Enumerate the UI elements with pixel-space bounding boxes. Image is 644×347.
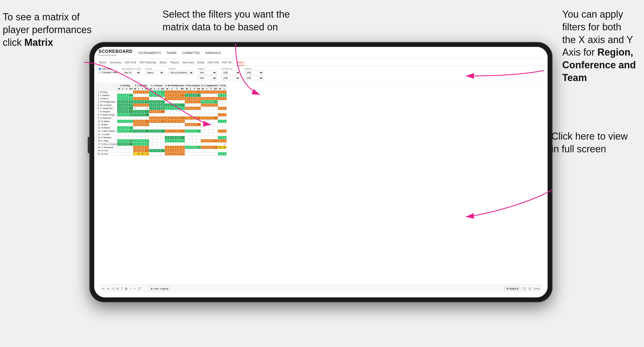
compact-view-radio[interactable] [99, 71, 101, 74]
matrix-cell: 3 [137, 146, 141, 149]
filter-players-select1[interactable]: (All) [245, 70, 264, 75]
back-icon[interactable]: ◁ [112, 287, 114, 291]
tab-matrix[interactable]: Matrix [160, 60, 167, 66]
matrix-cell [149, 113, 153, 117]
matrix-cell [160, 133, 165, 136]
matrix-cell: 0 [133, 123, 137, 126]
matrix-cell: 0 [205, 104, 209, 107]
redo-icon[interactable]: ↪ [107, 287, 109, 291]
player-name-cell: 16. K Vilips [97, 139, 117, 143]
tab-h2h-grid[interactable]: H2H Grid [125, 60, 136, 66]
nav-rankings[interactable]: RANKINGS [205, 51, 221, 55]
clock-icon[interactable]: ⏱ [138, 287, 141, 291]
matrix-cell: 0 [157, 117, 160, 120]
matrix-cell [170, 143, 175, 146]
filter-conference-select1[interactable]: (All) [221, 70, 240, 75]
matrix-cell: 1 [144, 100, 149, 104]
tab-h2h-he[interactable]: H2H He... [222, 60, 234, 66]
matrix-cell [209, 152, 213, 156]
matrix-cell [201, 94, 205, 97]
full-view-radio[interactable] [99, 68, 101, 70]
matrix-cell: 1 [153, 94, 157, 97]
matrix-cell: 0 [125, 110, 129, 113]
compact-view-option[interactable]: Compact View [99, 71, 118, 74]
matrix-cell [153, 123, 157, 126]
matrix-cell: 0 [213, 104, 218, 107]
matrix-cell: -6 [196, 94, 201, 97]
matrix-cell [222, 104, 226, 107]
matrix-cell [149, 126, 153, 130]
table-row: 16. K Vilips210-252204330801001 [97, 139, 227, 143]
matrix-cell: 0 [160, 94, 165, 97]
matrix-cell [141, 126, 144, 130]
matrix-cell: 3 [222, 130, 226, 133]
matrix-cell: 1 [170, 130, 175, 133]
matrix-cell [196, 152, 201, 156]
matrix-cell: -7 [180, 136, 185, 139]
minus-icon[interactable]: − [130, 287, 132, 291]
grid-icon[interactable]: ⊞ [125, 287, 128, 291]
matrix-cell [144, 126, 149, 130]
screen-icon[interactable]: ⬜ [522, 287, 526, 291]
sub-col-l6: L [205, 87, 209, 91]
nav-teams[interactable]: TEAMS [166, 51, 177, 55]
nav-tournaments[interactable]: TOURNAMENTS [138, 51, 161, 55]
matrix-cell [157, 126, 160, 130]
full-view-option[interactable]: Full View [99, 68, 118, 70]
filter-conference-select2[interactable]: (All) [221, 76, 240, 80]
share-small-icon[interactable]: ⤴ [121, 287, 123, 291]
matrix-cell: 2 [133, 139, 137, 143]
tab-h2h-heatmap[interactable]: H2H Heatmap [139, 60, 156, 66]
tab-teams[interactable]: Teams [99, 60, 106, 66]
share-button[interactable]: Share [534, 287, 540, 290]
matrix-cell [213, 149, 218, 152]
tab-matrix-active[interactable]: Matrix [237, 60, 245, 66]
undo-icon[interactable]: ↩ [102, 287, 105, 291]
filter-players-select2[interactable]: (All) [245, 76, 264, 80]
matrix-cell: -6 [129, 126, 133, 130]
table-row: 20. M Ford331-11010711 [97, 152, 227, 156]
tab-players[interactable]: Players [170, 60, 179, 66]
filter-region-select1[interactable]: N/A [198, 70, 217, 75]
matrix-cell [129, 133, 133, 136]
matrix-cell: 2 [222, 113, 226, 117]
refresh-icon[interactable]: ↺ [116, 287, 119, 291]
matrix-cell: 0 [157, 110, 160, 113]
matrix-cell [185, 126, 189, 130]
plus-icon[interactable]: + [134, 287, 136, 291]
player-name-cell: 1. W Ding [97, 91, 117, 94]
matrix-cell: 0 [141, 120, 144, 123]
watch-button[interactable]: 👁 Watch ▾ [505, 287, 520, 291]
tab-summary[interactable]: Summary [110, 60, 121, 66]
matrix-cell: -16 [144, 113, 149, 117]
matrix-cell: 2 [170, 91, 175, 94]
tab-players-summary[interactable]: Summary [183, 60, 194, 66]
matrix-cell: 0 [149, 120, 153, 123]
ann-rt-line4-prefix: Axis for [562, 47, 597, 58]
nav-committee[interactable]: COMMITTEE [182, 51, 200, 55]
matrix-cell: 2 [189, 146, 193, 149]
matrix-cell: 1 [165, 107, 170, 110]
matrix-cell: -25 [129, 139, 133, 143]
table-row: 13. J Skov Olesen110-3100-15100010220-11… [97, 130, 227, 133]
screen-content: SCOREBOARD Powered by clippd TOURNAMENTS… [94, 47, 548, 297]
matrix-cell: 0 [125, 104, 129, 107]
filter-gender-select[interactable]: Men's [145, 70, 164, 75]
tab-detail[interactable]: Detail [197, 60, 204, 66]
matrix-cell [141, 136, 144, 139]
filter-max-players-select[interactable]: Top 25 [122, 70, 141, 75]
matrix-cell [117, 133, 121, 136]
filter-division-select[interactable]: NCAA Division I [168, 70, 194, 75]
matrix-cell [201, 130, 205, 133]
matrix-cell: 0 [133, 107, 137, 110]
matrix-cell: 9 [160, 117, 165, 120]
matrix-cell [213, 126, 218, 130]
matrix-cell [209, 107, 213, 110]
matrix-cell: 1 [218, 113, 222, 117]
matrix-cell: 1 [137, 104, 141, 107]
tab-h2h-grid2[interactable]: H2H Grid [207, 60, 219, 66]
view-original-button[interactable]: ⊞ View: Original [149, 287, 170, 291]
matrix-cell: 4 [189, 97, 193, 100]
expand-icon[interactable]: ⊡ [529, 287, 531, 291]
filter-region-select2[interactable]: N/A [198, 76, 217, 80]
